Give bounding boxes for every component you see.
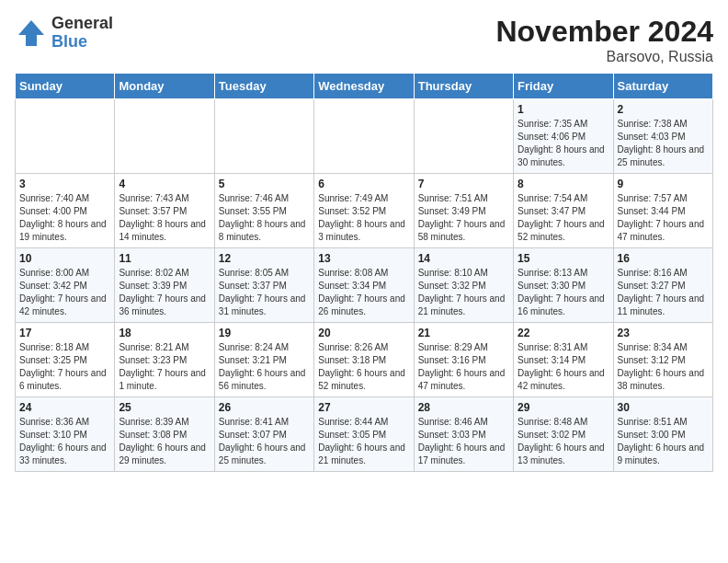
day-number: 18 xyxy=(119,327,210,339)
day-info: Sunrise: 7:54 AM Sunset: 3:47 PM Dayligh… xyxy=(518,192,609,244)
calendar-cell: 30Sunrise: 8:51 AM Sunset: 3:00 PM Dayli… xyxy=(613,397,712,472)
day-info: Sunrise: 8:51 AM Sunset: 3:00 PM Dayligh… xyxy=(618,416,709,467)
calendar-cell: 23Sunrise: 8:34 AM Sunset: 3:12 PM Dayli… xyxy=(613,323,712,397)
calendar-week-row: 17Sunrise: 8:18 AM Sunset: 3:25 PM Dayli… xyxy=(16,323,713,397)
calendar-cell: 18Sunrise: 8:21 AM Sunset: 3:23 PM Dayli… xyxy=(115,323,214,397)
day-info: Sunrise: 8:10 AM Sunset: 3:32 PM Dayligh… xyxy=(418,267,509,318)
calendar-cell: 12Sunrise: 8:05 AM Sunset: 3:37 PM Dayli… xyxy=(214,248,313,323)
day-info: Sunrise: 8:08 AM Sunset: 3:34 PM Dayligh… xyxy=(318,267,409,318)
calendar-week-row: 10Sunrise: 8:00 AM Sunset: 3:42 PM Dayli… xyxy=(16,248,713,323)
day-number: 13 xyxy=(318,252,409,265)
day-number: 29 xyxy=(518,401,609,414)
calendar-cell: 21Sunrise: 8:29 AM Sunset: 3:16 PM Dayli… xyxy=(414,323,513,397)
day-info: Sunrise: 8:18 AM Sunset: 3:25 PM Dayligh… xyxy=(19,341,110,393)
calendar-cell xyxy=(414,99,513,174)
calendar-cell: 2Sunrise: 7:38 AM Sunset: 4:03 PM Daylig… xyxy=(613,99,712,174)
day-number: 27 xyxy=(318,401,409,414)
calendar-cell: 3Sunrise: 7:40 AM Sunset: 4:00 PM Daylig… xyxy=(16,174,115,248)
calendar-week-row: 3Sunrise: 7:40 AM Sunset: 4:00 PM Daylig… xyxy=(16,174,713,248)
location-title: Barsovo, Russia xyxy=(495,49,713,65)
day-number: 22 xyxy=(518,327,609,339)
day-number: 4 xyxy=(119,178,210,190)
day-info: Sunrise: 8:26 AM Sunset: 3:18 PM Dayligh… xyxy=(318,341,409,393)
weekday-header: Monday xyxy=(115,74,214,99)
calendar-cell xyxy=(115,99,214,174)
calendar-cell: 26Sunrise: 8:41 AM Sunset: 3:07 PM Dayli… xyxy=(214,397,313,472)
day-info: Sunrise: 7:49 AM Sunset: 3:52 PM Dayligh… xyxy=(318,192,409,244)
day-info: Sunrise: 8:39 AM Sunset: 3:08 PM Dayligh… xyxy=(119,416,210,467)
calendar-table: SundayMondayTuesdayWednesdayThursdayFrid… xyxy=(15,73,713,472)
day-info: Sunrise: 8:00 AM Sunset: 3:42 PM Dayligh… xyxy=(19,267,110,318)
day-info: Sunrise: 7:57 AM Sunset: 3:44 PM Dayligh… xyxy=(618,192,709,244)
day-info: Sunrise: 8:48 AM Sunset: 3:02 PM Dayligh… xyxy=(518,416,609,467)
calendar-cell: 22Sunrise: 8:31 AM Sunset: 3:14 PM Dayli… xyxy=(514,323,613,397)
calendar-cell: 7Sunrise: 7:51 AM Sunset: 3:49 PM Daylig… xyxy=(414,174,513,248)
calendar-cell xyxy=(214,99,313,174)
day-info: Sunrise: 7:46 AM Sunset: 3:55 PM Dayligh… xyxy=(219,192,310,244)
weekday-header: Thursday xyxy=(414,74,513,99)
day-number: 9 xyxy=(618,178,709,190)
day-number: 1 xyxy=(518,103,609,116)
day-number: 15 xyxy=(518,252,609,265)
calendar-cell: 27Sunrise: 8:44 AM Sunset: 3:05 PM Dayli… xyxy=(314,397,414,472)
day-number: 2 xyxy=(618,103,709,116)
day-info: Sunrise: 7:35 AM Sunset: 4:06 PM Dayligh… xyxy=(518,118,609,169)
day-number: 6 xyxy=(318,178,409,190)
day-info: Sunrise: 8:13 AM Sunset: 3:30 PM Dayligh… xyxy=(518,267,609,318)
day-info: Sunrise: 8:34 AM Sunset: 3:12 PM Dayligh… xyxy=(618,341,709,393)
weekday-header: Saturday xyxy=(613,74,712,99)
calendar-cell: 6Sunrise: 7:49 AM Sunset: 3:52 PM Daylig… xyxy=(314,174,414,248)
title-block: November 2024 Barsovo, Russia xyxy=(495,15,713,65)
calendar-cell: 28Sunrise: 8:46 AM Sunset: 3:03 PM Dayli… xyxy=(414,397,513,472)
day-number: 28 xyxy=(418,401,509,414)
calendar-cell: 15Sunrise: 8:13 AM Sunset: 3:30 PM Dayli… xyxy=(514,248,613,323)
calendar-cell: 9Sunrise: 7:57 AM Sunset: 3:44 PM Daylig… xyxy=(613,174,712,248)
day-number: 26 xyxy=(219,401,310,414)
calendar-cell: 19Sunrise: 8:24 AM Sunset: 3:21 PM Dayli… xyxy=(214,323,313,397)
weekday-header: Sunday xyxy=(16,74,115,99)
day-info: Sunrise: 8:24 AM Sunset: 3:21 PM Dayligh… xyxy=(219,341,310,393)
calendar-cell: 16Sunrise: 8:16 AM Sunset: 3:27 PM Dayli… xyxy=(613,248,712,323)
day-info: Sunrise: 8:29 AM Sunset: 3:16 PM Dayligh… xyxy=(418,341,509,393)
day-number: 21 xyxy=(418,327,509,339)
weekday-header: Tuesday xyxy=(214,74,313,99)
day-info: Sunrise: 7:51 AM Sunset: 3:49 PM Dayligh… xyxy=(418,192,509,244)
day-info: Sunrise: 8:21 AM Sunset: 3:23 PM Dayligh… xyxy=(119,341,210,393)
calendar-cell: 25Sunrise: 8:39 AM Sunset: 3:08 PM Dayli… xyxy=(115,397,214,472)
calendar-cell xyxy=(16,99,115,174)
day-info: Sunrise: 8:46 AM Sunset: 3:03 PM Dayligh… xyxy=(418,416,509,467)
weekday-header-row: SundayMondayTuesdayWednesdayThursdayFrid… xyxy=(16,74,713,99)
weekday-header: Wednesday xyxy=(314,74,414,99)
day-info: Sunrise: 8:31 AM Sunset: 3:14 PM Dayligh… xyxy=(518,341,609,393)
day-info: Sunrise: 8:41 AM Sunset: 3:07 PM Dayligh… xyxy=(219,416,310,467)
day-number: 14 xyxy=(418,252,509,265)
day-number: 5 xyxy=(219,178,310,190)
calendar-cell: 14Sunrise: 8:10 AM Sunset: 3:32 PM Dayli… xyxy=(414,248,513,323)
calendar-cell: 11Sunrise: 8:02 AM Sunset: 3:39 PM Dayli… xyxy=(115,248,214,323)
calendar-cell: 24Sunrise: 8:36 AM Sunset: 3:10 PM Dayli… xyxy=(16,397,115,472)
day-number: 11 xyxy=(119,252,210,265)
day-info: Sunrise: 7:40 AM Sunset: 4:00 PM Dayligh… xyxy=(19,192,110,244)
weekday-header: Friday xyxy=(514,74,613,99)
calendar-week-row: 1Sunrise: 7:35 AM Sunset: 4:06 PM Daylig… xyxy=(16,99,713,174)
day-number: 12 xyxy=(219,252,310,265)
day-info: Sunrise: 7:43 AM Sunset: 3:57 PM Dayligh… xyxy=(119,192,210,244)
day-number: 23 xyxy=(618,327,709,339)
day-info: Sunrise: 8:02 AM Sunset: 3:39 PM Dayligh… xyxy=(119,267,210,318)
calendar-cell: 10Sunrise: 8:00 AM Sunset: 3:42 PM Dayli… xyxy=(16,248,115,323)
day-number: 7 xyxy=(418,178,509,190)
day-number: 25 xyxy=(119,401,210,414)
day-info: Sunrise: 7:38 AM Sunset: 4:03 PM Dayligh… xyxy=(618,118,709,169)
day-info: Sunrise: 8:05 AM Sunset: 3:37 PM Dayligh… xyxy=(219,267,310,318)
day-number: 8 xyxy=(518,178,609,190)
logo: General Blue xyxy=(15,15,113,52)
calendar-cell: 4Sunrise: 7:43 AM Sunset: 3:57 PM Daylig… xyxy=(115,174,214,248)
calendar-cell: 1Sunrise: 7:35 AM Sunset: 4:06 PM Daylig… xyxy=(514,99,613,174)
calendar-cell: 5Sunrise: 7:46 AM Sunset: 3:55 PM Daylig… xyxy=(214,174,313,248)
day-number: 17 xyxy=(19,327,110,339)
day-number: 24 xyxy=(19,401,110,414)
day-number: 30 xyxy=(618,401,709,414)
day-number: 10 xyxy=(19,252,110,265)
calendar-cell xyxy=(314,99,414,174)
calendar-cell: 17Sunrise: 8:18 AM Sunset: 3:25 PM Dayli… xyxy=(16,323,115,397)
